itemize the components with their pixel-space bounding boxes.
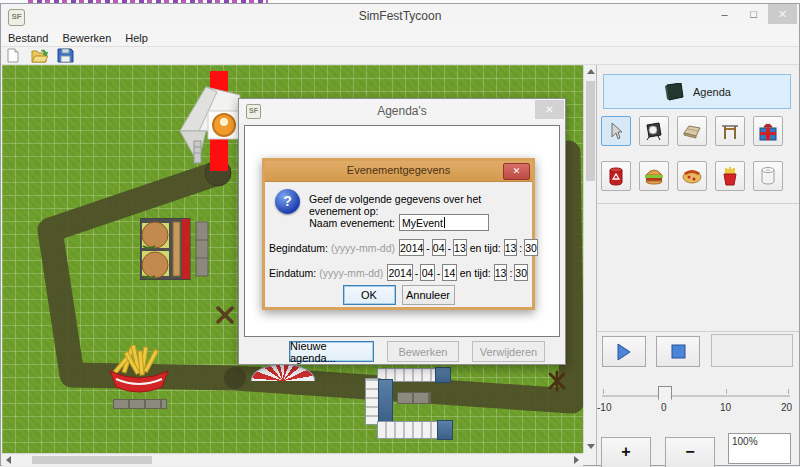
end-hour-input[interactable]: 13 bbox=[494, 264, 508, 281]
agenda-notebook-icon bbox=[663, 83, 685, 101]
bench[interactable] bbox=[397, 392, 431, 404]
dash-separator: - bbox=[448, 242, 452, 254]
begin-day-input[interactable]: 13 bbox=[453, 239, 467, 256]
title-bar[interactable]: SF SimFestTycoon – □ ✕ bbox=[1, 4, 799, 29]
scroll-left-icon[interactable] bbox=[6, 456, 11, 464]
hamburger-icon bbox=[644, 167, 664, 185]
scroll-right-icon[interactable] bbox=[574, 456, 579, 464]
begin-date-row: Begindatum: (yyyy-mm-dd) 2014 - 04 - 13 … bbox=[269, 239, 528, 256]
tree[interactable] bbox=[218, 308, 232, 322]
spotlight-icon bbox=[644, 121, 664, 141]
gift-icon bbox=[758, 121, 778, 141]
scroll-down-icon[interactable] bbox=[587, 444, 595, 449]
tool-toiletroll-button[interactable] bbox=[753, 161, 783, 191]
agendas-dialog-title: Agenda's bbox=[239, 104, 565, 118]
tool-spotlight-button[interactable] bbox=[639, 116, 669, 146]
tool-gift-button[interactable] bbox=[753, 116, 783, 146]
slider-label: 10 bbox=[720, 402, 731, 413]
horizontal-scrollbar[interactable] bbox=[2, 453, 583, 466]
stage-icon bbox=[682, 123, 702, 139]
event-dialog-titlebar[interactable]: Evenementgegevens ✕ bbox=[265, 161, 532, 182]
tool-bar bbox=[1, 47, 799, 65]
tool-stage-button[interactable] bbox=[677, 116, 707, 146]
slider-tick bbox=[603, 389, 604, 394]
tool-pizza-button[interactable] bbox=[677, 161, 707, 191]
help-question-icon: ? bbox=[275, 189, 300, 214]
crowd-barrier[interactable] bbox=[437, 420, 453, 440]
end-month-input[interactable]: 04 bbox=[420, 264, 435, 281]
event-name-row: Naam evenement: MyEvent bbox=[269, 214, 528, 231]
bench[interactable] bbox=[113, 399, 167, 409]
event-button-row: OK Annuleer bbox=[265, 285, 532, 305]
event-dialog-title: Evenementgegevens bbox=[265, 164, 532, 176]
edit-agenda-button[interactable]: Bewerken bbox=[387, 341, 459, 362]
end-date-row: Eindatum: (yyyy-mm-dd) 2014 - 04 - 14 en… bbox=[269, 264, 528, 281]
stop-button[interactable] bbox=[656, 336, 700, 367]
agendas-dialog-titlebar[interactable]: SF Agenda's ✕ bbox=[239, 99, 565, 123]
menu-bestand[interactable]: Bestand bbox=[1, 32, 55, 44]
menu-bewerken[interactable]: Bewerken bbox=[55, 32, 118, 44]
begin-hour-input[interactable]: 13 bbox=[504, 239, 518, 256]
slider-label: -10 bbox=[597, 402, 611, 413]
event-dialog-content: ? Geef de volgende gegevens over het eve… bbox=[265, 182, 532, 308]
event-close-button[interactable]: ✕ bbox=[503, 163, 530, 180]
dash-separator: - bbox=[415, 267, 419, 279]
fries-stand[interactable] bbox=[106, 345, 172, 397]
tool-scaffold-button[interactable] bbox=[715, 116, 745, 146]
speed-status-box bbox=[711, 334, 793, 367]
delete-agenda-button[interactable]: Verwijderen bbox=[472, 341, 545, 362]
new-agenda-button[interactable]: Nieuwe agenda... bbox=[289, 341, 374, 362]
ok-button[interactable]: OK bbox=[343, 285, 396, 305]
vertical-scrollbar[interactable] bbox=[583, 65, 597, 453]
marquee-tent[interactable] bbox=[180, 85, 242, 169]
agendas-close-button[interactable]: ✕ bbox=[535, 100, 564, 119]
toilet-roll-icon bbox=[759, 166, 777, 186]
horizontal-scroll-thumb[interactable] bbox=[32, 456, 152, 464]
open-file-icon[interactable] bbox=[31, 48, 48, 63]
zoom-out-button[interactable]: − bbox=[665, 437, 715, 467]
close-button[interactable]: ✕ bbox=[768, 4, 797, 24]
trashcan-icon bbox=[607, 166, 625, 186]
crowd-barrier[interactable] bbox=[435, 367, 451, 383]
begin-month-input[interactable]: 04 bbox=[432, 239, 446, 256]
event-name-label: Naam evenement: bbox=[269, 217, 395, 229]
end-year-input[interactable]: 2014 bbox=[387, 264, 412, 281]
time-label: en tijd: bbox=[460, 267, 491, 279]
end-day-input[interactable]: 14 bbox=[442, 264, 457, 281]
vertical-scroll-thumb[interactable] bbox=[586, 81, 595, 181]
tool-hamburger-button[interactable] bbox=[639, 161, 669, 191]
scrollbar-corner bbox=[583, 453, 596, 465]
minimize-button[interactable]: – bbox=[710, 4, 739, 24]
burger-stand[interactable] bbox=[140, 218, 210, 280]
colon-separator: : bbox=[509, 267, 512, 279]
new-file-icon[interactable] bbox=[5, 48, 22, 63]
speed-slider-track[interactable] bbox=[602, 395, 790, 397]
fries-icon bbox=[721, 166, 739, 186]
menu-bar: Bestand Bewerken Help bbox=[1, 29, 799, 47]
zoom-in-button[interactable]: + bbox=[601, 437, 651, 467]
menu-help[interactable]: Help bbox=[118, 32, 155, 44]
slider-label: 20 bbox=[781, 402, 792, 413]
end-date-label: Eindatum: bbox=[269, 267, 316, 279]
slider-label: 0 bbox=[661, 402, 667, 413]
agenda-button[interactable]: Agenda bbox=[603, 74, 791, 109]
tool-fries-button[interactable] bbox=[715, 161, 745, 191]
begin-minute-input[interactable]: 30 bbox=[524, 239, 538, 256]
save-file-icon[interactable] bbox=[57, 48, 74, 63]
tool-cursor-button[interactable] bbox=[601, 116, 631, 146]
end-minute-input[interactable]: 30 bbox=[514, 264, 528, 281]
window-title: SimFestTycoon bbox=[1, 9, 799, 23]
text-caret bbox=[444, 217, 445, 228]
play-button[interactable] bbox=[602, 336, 646, 367]
stop-icon bbox=[671, 344, 686, 359]
sidebar-panel: Agenda bbox=[596, 65, 799, 465]
scroll-up-icon[interactable] bbox=[587, 69, 595, 74]
crowd-barrier[interactable] bbox=[378, 379, 393, 424]
begin-year-input[interactable]: 2014 bbox=[399, 239, 424, 256]
slider-tick bbox=[726, 389, 727, 394]
maximize-button[interactable]: □ bbox=[739, 4, 768, 24]
tool-trashcan-button[interactable] bbox=[601, 161, 631, 191]
cancel-button[interactable]: Annuleer bbox=[402, 285, 455, 305]
window-controls: – □ ✕ bbox=[710, 4, 797, 24]
event-name-input[interactable]: MyEvent bbox=[399, 214, 489, 231]
